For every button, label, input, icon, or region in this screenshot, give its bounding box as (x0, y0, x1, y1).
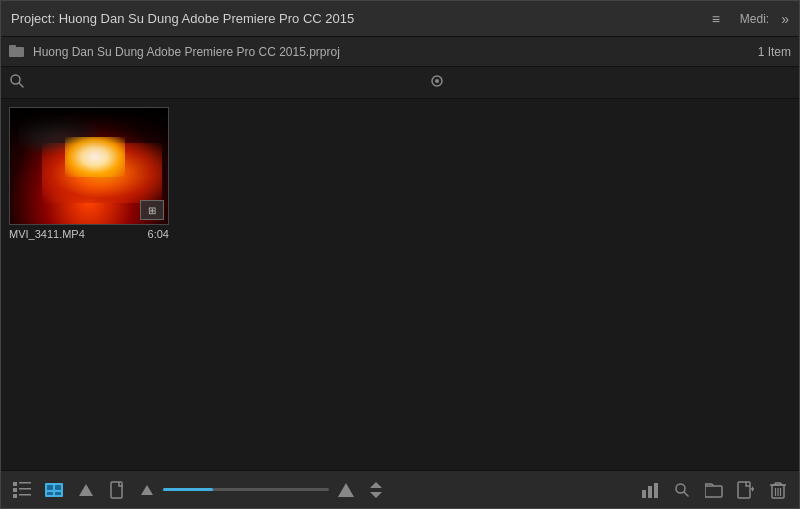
breadcrumb-path: Huong Dan Su Dung Adobe Premiere Pro CC … (33, 45, 750, 59)
svg-rect-16 (55, 492, 61, 495)
header-tabs: Medi: » (732, 11, 789, 27)
zoom-slider-container (137, 477, 357, 503)
svg-rect-6 (13, 482, 17, 486)
svg-rect-15 (47, 492, 53, 495)
new-item-button[interactable] (105, 477, 131, 503)
sort-ascending-button[interactable] (73, 477, 99, 503)
svg-rect-10 (13, 494, 17, 498)
panel-title: Project: Huong Dan Su Dung Adobe Premier… (11, 11, 704, 26)
search-icon[interactable] (9, 73, 25, 92)
breadcrumb-bar: Huong Dan Su Dung Adobe Premiere Pro CC … (1, 37, 799, 67)
svg-rect-14 (55, 485, 61, 490)
audio-badge-icon: ⊞ (148, 205, 156, 216)
svg-marker-19 (141, 485, 153, 495)
toolbar-right (637, 477, 791, 503)
svg-rect-1 (9, 45, 16, 49)
clip-info: MVI_3411.MP4 6:04 (9, 225, 169, 243)
svg-rect-23 (642, 490, 646, 498)
svg-marker-20 (338, 483, 354, 497)
svg-rect-28 (705, 486, 722, 497)
filter-icon[interactable] (429, 73, 445, 92)
media-tab[interactable]: Medi: (732, 12, 777, 26)
svg-point-5 (435, 79, 439, 83)
svg-marker-21 (370, 482, 382, 488)
project-panel: Project: Huong Dan Su Dung Adobe Premier… (0, 0, 800, 509)
clip-name: MVI_3411.MP4 (9, 228, 85, 240)
clip-duration: 6:04 (148, 228, 169, 240)
svg-rect-9 (19, 488, 31, 490)
svg-rect-7 (19, 482, 31, 484)
svg-rect-29 (738, 482, 750, 498)
svg-rect-8 (13, 488, 17, 492)
svg-rect-24 (648, 486, 652, 498)
svg-marker-17 (79, 484, 93, 496)
metadata-display-button[interactable] (637, 477, 663, 503)
search-left (9, 73, 209, 92)
grid-view-button[interactable] (41, 477, 67, 503)
zoom-slider-track[interactable] (163, 488, 329, 491)
new-bin-button[interactable] (701, 477, 727, 503)
svg-rect-11 (19, 494, 31, 496)
clip-item[interactable]: ⊞ MVI_3411.MP4 6:04 (9, 107, 169, 243)
clip-thumbnail: ⊞ (9, 107, 169, 225)
svg-line-3 (19, 83, 23, 87)
content-area: ⊞ MVI_3411.MP4 6:04 (1, 99, 799, 470)
list-view-button[interactable] (9, 477, 35, 503)
audio-badge: ⊞ (140, 200, 164, 220)
panel-chevron[interactable]: » (781, 11, 789, 27)
import-button[interactable] (733, 477, 759, 503)
menu-icon[interactable]: ≡ (712, 11, 720, 27)
sort-order-button[interactable] (363, 477, 389, 503)
delete-button[interactable] (765, 477, 791, 503)
zoom-slider-fill (163, 488, 213, 491)
svg-marker-31 (752, 486, 754, 492)
header-bar: Project: Huong Dan Su Dung Adobe Premier… (1, 1, 799, 37)
folder-icon (9, 43, 25, 60)
svg-rect-25 (654, 483, 658, 498)
item-count: 1 Item (758, 45, 791, 59)
svg-rect-18 (111, 482, 122, 498)
svg-rect-13 (47, 485, 53, 490)
zoom-in-button[interactable] (335, 477, 357, 503)
search-right (429, 73, 445, 92)
search-bar (1, 67, 799, 99)
svg-marker-22 (370, 492, 382, 498)
svg-line-27 (684, 492, 688, 496)
zoom-out-button[interactable] (137, 477, 157, 503)
bottom-toolbar (1, 470, 799, 508)
find-button[interactable] (669, 477, 695, 503)
